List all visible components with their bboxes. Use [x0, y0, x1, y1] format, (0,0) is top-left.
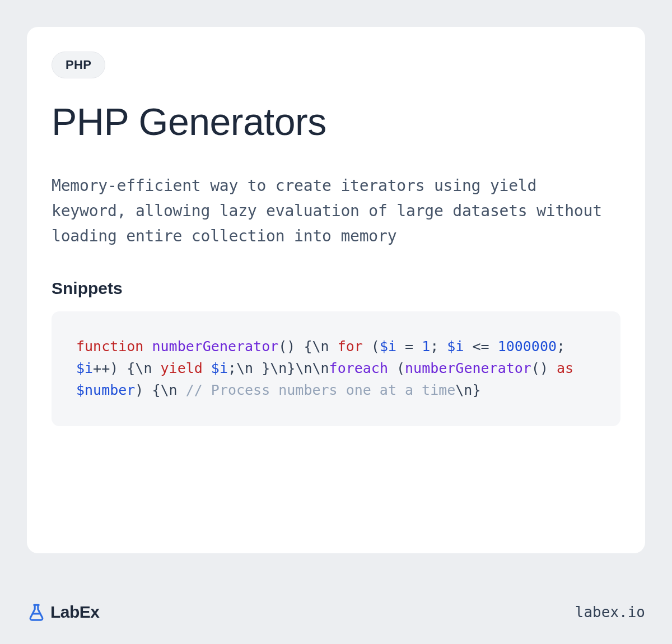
site-url: labex.io — [575, 604, 645, 620]
code-token: ) {\n — [135, 382, 185, 398]
language-badge: PHP — [52, 52, 105, 78]
code-token: $i — [380, 338, 396, 354]
code-token: ( — [388, 360, 405, 376]
code-token: ;\n }\n}\n\n — [228, 360, 329, 376]
code-token: ( — [363, 338, 380, 354]
code-token: yield — [161, 360, 203, 376]
code-token — [203, 360, 211, 376]
code-token — [143, 338, 152, 354]
code-token: ; — [557, 338, 565, 354]
page-footer: LabEx labex.io — [27, 603, 645, 622]
code-token: numberGenerator — [152, 338, 278, 354]
code-token: <= — [464, 338, 497, 354]
code-token: 1000000 — [498, 338, 557, 354]
code-token: ; — [430, 338, 447, 354]
description-text: Memory-efficient way to create iterators… — [52, 174, 620, 249]
code-token: $i — [211, 360, 228, 376]
code-token: $i — [76, 360, 93, 376]
code-token: as — [557, 360, 573, 376]
code-token: () {\n — [278, 338, 337, 354]
brand-logo: LabEx — [27, 603, 100, 622]
code-token: function — [76, 338, 143, 354]
page-title: PHP Generators — [52, 100, 620, 143]
flask-icon — [27, 603, 46, 622]
content-card: PHP PHP Generators Memory-efficient way … — [27, 27, 645, 553]
snippets-heading: Snippets — [52, 279, 620, 298]
code-token: () — [531, 360, 557, 376]
code-token: // Process numbers one at a time — [186, 382, 456, 398]
code-token: \n} — [455, 382, 480, 398]
code-token: numberGenerator — [405, 360, 531, 376]
code-token: for — [338, 338, 363, 354]
code-token: ++) {\n — [93, 360, 160, 376]
code-token: = — [396, 338, 422, 354]
code-snippet: function numberGenerator() {\n for ($i =… — [52, 311, 620, 426]
code-token: foreach — [329, 360, 388, 376]
brand-name: LabEx — [50, 603, 100, 622]
code-token: $i — [447, 338, 464, 354]
code-token: 1 — [422, 338, 430, 354]
code-token: $number — [76, 382, 135, 398]
